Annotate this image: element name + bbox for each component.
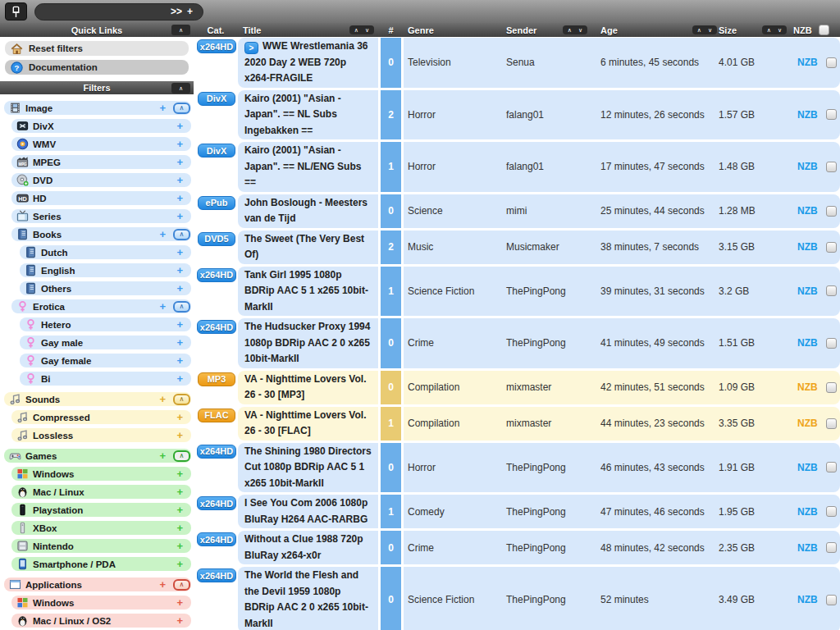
category-badge[interactable]: DivX — [198, 92, 235, 106]
row-checkbox[interactable] — [826, 542, 837, 553]
add-filter-button[interactable]: + — [159, 229, 166, 240]
filter-item[interactable]: Dutch + — [20, 245, 191, 259]
post-title[interactable]: WWE Wrestlemania 36 2020 Day 2 WEB 720p … — [244, 40, 368, 84]
add-filter-button[interactable]: + — [176, 193, 183, 203]
add-filter-button[interactable]: + — [176, 139, 183, 149]
row-checkbox[interactable] — [826, 242, 837, 253]
add-filter-button[interactable]: + — [176, 121, 183, 131]
filter-item[interactable]: Erotica + ∧ — [11, 299, 191, 313]
row-checkbox[interactable] — [826, 206, 837, 217]
filter-item[interactable]: Windows + — [11, 467, 191, 481]
add-filter-button[interactable]: + — [176, 211, 183, 221]
collapse-category-button[interactable]: ∧ — [173, 450, 190, 462]
filter-item[interactable]: Mac / Linux / OS2 + — [11, 614, 191, 628]
add-filter-button[interactable]: + — [176, 337, 183, 348]
category-badge[interactable]: ePub — [198, 196, 235, 210]
filter-item[interactable]: MPG MPEG + — [11, 155, 191, 169]
row-checkbox[interactable] — [826, 109, 837, 120]
add-filter-button[interactable]: + — [176, 504, 183, 515]
sort-sender-buttons[interactable]: ∧∨ — [563, 25, 587, 34]
post-title[interactable]: The Sweet (The Very Best Of) — [244, 233, 364, 261]
row-checkbox[interactable] — [826, 418, 837, 429]
filter-item[interactable]: Series + — [11, 209, 191, 223]
add-filter-button[interactable]: + — [176, 319, 183, 330]
sort-age-buttons[interactable]: ∧∨ — [692, 25, 717, 34]
filter-item[interactable]: Smartphone / PDA + — [11, 557, 191, 571]
post-title[interactable]: Tank Girl 1995 1080p BDRip AAC 5 1 x265 … — [244, 269, 368, 313]
post-title[interactable]: Kairo (2001) "Asian - Japan". == NL/ENG … — [244, 144, 361, 188]
row-checkbox[interactable] — [826, 285, 837, 296]
category-badge[interactable]: x264HD — [197, 496, 236, 510]
collapse-category-button[interactable]: ∧ — [173, 103, 190, 114]
row-checkbox[interactable] — [826, 162, 837, 172]
post-title[interactable]: The Shining 1980 Directors Cut 1080p BDR… — [244, 445, 372, 489]
add-filter-button[interactable]: + — [176, 615, 183, 626]
post-title[interactable]: The World the Flesh and the Devil 1959 1… — [244, 569, 368, 629]
add-filter-button[interactable]: + — [176, 412, 183, 422]
quick-link-item[interactable]: Reset filters — [5, 41, 189, 56]
category-badge[interactable]: x264HD — [197, 532, 236, 546]
row-checkbox[interactable] — [826, 462, 837, 472]
search-submit-button[interactable]: >> — [168, 6, 185, 17]
add-filter-button[interactable]: + — [176, 486, 183, 497]
filter-item[interactable]: Compressed + — [11, 410, 191, 424]
add-filter-button[interactable]: + — [176, 373, 183, 384]
filter-item[interactable]: Bi + — [20, 372, 191, 386]
pin-button[interactable] — [5, 2, 27, 21]
post-title[interactable]: VA - Nighttime Lovers Vol. 26 - 30 [MP3] — [244, 373, 366, 401]
nzb-download-link[interactable]: NZB — [797, 418, 818, 429]
add-filter-button[interactable]: + — [176, 265, 183, 276]
filter-item[interactable]: Applications + ∧ — [4, 578, 191, 591]
filter-item[interactable]: Gay female + — [20, 354, 191, 368]
search-add-button[interactable]: + — [185, 6, 195, 17]
category-badge[interactable]: DVD5 — [198, 232, 235, 246]
add-filter-button[interactable]: + — [176, 430, 183, 441]
add-filter-button[interactable]: + — [176, 559, 183, 569]
row-checkbox[interactable] — [826, 338, 837, 349]
sort-size-buttons[interactable]: ∧∨ — [762, 25, 787, 34]
add-filter-button[interactable]: + — [159, 301, 166, 312]
filter-item[interactable]: XBox + — [11, 521, 191, 535]
filter-item[interactable]: DVD + — [11, 173, 191, 187]
add-filter-button[interactable]: + — [176, 355, 183, 366]
add-filter-button[interactable]: + — [176, 597, 183, 608]
category-badge[interactable]: x264HD — [197, 320, 236, 334]
nzb-download-link[interactable]: NZB — [797, 381, 818, 393]
nzb-download-link[interactable]: NZB — [797, 337, 818, 349]
add-filter-button[interactable]: + — [176, 175, 183, 185]
nzb-download-link[interactable]: NZB — [797, 594, 818, 605]
collapse-category-button[interactable]: ∧ — [173, 394, 190, 405]
add-filter-button[interactable]: + — [159, 103, 166, 113]
filter-item[interactable]: WMV + — [11, 137, 191, 151]
expand-post-button[interactable]: > — [244, 42, 258, 54]
sort-title-buttons[interactable]: ∧∨ — [349, 25, 374, 34]
filter-item[interactable]: Sounds + ∧ — [4, 392, 191, 406]
nzb-download-link[interactable]: NZB — [797, 542, 818, 554]
select-all-checkbox[interactable] — [819, 25, 829, 35]
filter-item[interactable]: Mac / Linux + — [11, 485, 191, 499]
search-input[interactable] — [43, 5, 168, 18]
collapse-category-button[interactable]: ∧ — [173, 579, 190, 591]
add-filter-button[interactable]: + — [176, 247, 183, 258]
add-filter-button[interactable]: + — [159, 394, 166, 404]
filter-item[interactable]: Others + — [20, 281, 191, 295]
row-checkbox[interactable] — [826, 382, 837, 393]
quick-links-collapse-button[interactable]: ∧ — [171, 25, 190, 35]
category-badge[interactable]: x264HD — [197, 268, 236, 282]
nzb-download-link[interactable]: NZB — [797, 57, 818, 68]
post-title[interactable]: The Hudsucker Proxy 1994 1080p BDRip AAC… — [244, 321, 370, 364]
post-title[interactable]: I See You Com 2006 1080p BluRay H264 AAC… — [244, 497, 368, 525]
row-checkbox[interactable] — [826, 506, 837, 517]
nzb-download-link[interactable]: NZB — [797, 462, 818, 473]
nzb-download-link[interactable]: NZB — [797, 285, 818, 297]
filter-item[interactable]: English + — [20, 263, 191, 277]
category-badge[interactable]: DivX — [198, 144, 235, 158]
add-filter-button[interactable]: + — [159, 450, 166, 461]
filter-item[interactable]: DivX + — [11, 119, 191, 133]
filter-item[interactable]: Hetero + — [20, 317, 191, 331]
filter-item[interactable]: Playstation + — [11, 503, 191, 517]
quick-link-item[interactable]: ? Documentation — [5, 60, 189, 75]
add-filter-button[interactable]: + — [176, 468, 183, 479]
filter-item[interactable]: Lossless + — [11, 428, 191, 442]
add-filter-button[interactable]: + — [176, 157, 183, 167]
